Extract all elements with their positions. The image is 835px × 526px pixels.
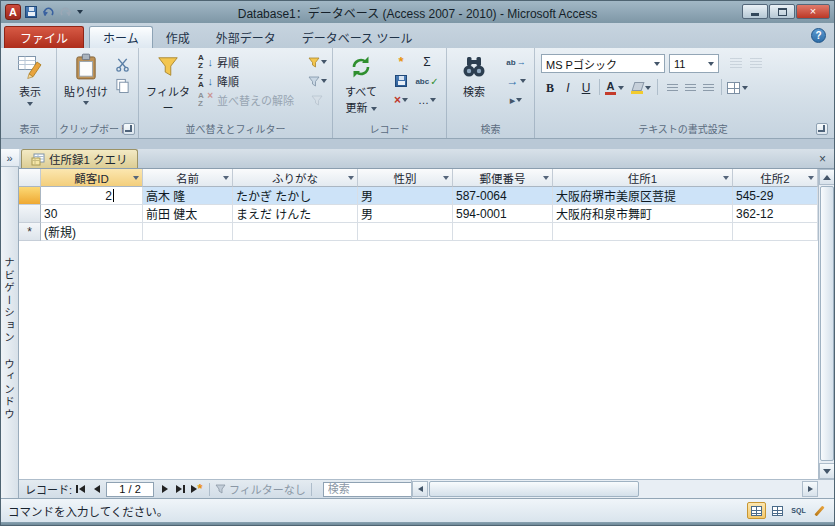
cell-gender[interactable]	[358, 223, 453, 241]
next-record-button[interactable]	[157, 482, 172, 497]
column-header-address1[interactable]: 住所1	[553, 169, 733, 187]
refresh-all-button[interactable]: すべて 更新	[337, 51, 385, 115]
selection-filter-button[interactable]	[307, 53, 327, 71]
column-dropdown-icon[interactable]	[348, 176, 354, 180]
spelling-button[interactable]: abc✓	[417, 72, 437, 90]
clipboard-dialog-launcher[interactable]	[123, 123, 135, 135]
column-dropdown-icon[interactable]	[808, 176, 814, 180]
ribbon-tab-create[interactable]: 作成	[153, 26, 203, 48]
cell-address1[interactable]: 大阪府堺市美原区菩提	[553, 187, 733, 205]
record-position-box[interactable]	[106, 482, 154, 497]
cell-furigana[interactable]: たかぎ たかし	[233, 187, 358, 205]
datasheet-view-button[interactable]	[747, 502, 766, 519]
last-record-button[interactable]	[173, 482, 188, 497]
maximize-button[interactable]	[769, 4, 795, 19]
column-header-furigana[interactable]: ふりがな	[233, 169, 358, 187]
align-center-button[interactable]	[681, 79, 699, 97]
paste-button[interactable]: 貼り付け	[63, 51, 109, 105]
cell-gender[interactable]: 男	[358, 205, 453, 223]
font-size-combobox[interactable]: 11	[669, 54, 719, 73]
cell-customer-id[interactable]: 2	[41, 187, 143, 205]
column-dropdown-icon[interactable]	[723, 176, 729, 180]
align-left-button[interactable]	[663, 79, 681, 97]
italic-button[interactable]: I	[559, 79, 577, 97]
delete-record-button[interactable]: ×	[391, 91, 411, 109]
column-header-name[interactable]: 名前	[143, 169, 233, 187]
close-document-button[interactable]: ×	[815, 151, 830, 166]
bullets-button[interactable]	[747, 54, 765, 72]
row-selector[interactable]	[19, 187, 41, 205]
column-dropdown-icon[interactable]	[223, 176, 229, 180]
cell-zip[interactable]: 594-0001	[453, 205, 553, 223]
ribbon-tab-external-data[interactable]: 外部データ	[203, 26, 289, 48]
cell-furigana[interactable]: まえだ けんた	[233, 205, 358, 223]
find-button[interactable]: 検索	[451, 51, 497, 99]
filter-status[interactable]: フィルターなし	[229, 481, 306, 497]
vertical-scrollbar[interactable]	[818, 169, 835, 479]
row-selector[interactable]	[19, 205, 41, 223]
close-button[interactable]: ×	[796, 4, 830, 19]
replace-button[interactable]: ab→	[503, 53, 529, 71]
save-record-button[interactable]	[391, 72, 411, 90]
cell-gender[interactable]: 男	[358, 187, 453, 205]
cell-address2[interactable]: 545-29	[733, 187, 818, 205]
select-button[interactable]: ▸	[503, 91, 529, 109]
cell-address1[interactable]: 大阪府和泉市舞町	[553, 205, 733, 223]
goto-button[interactable]: →	[503, 72, 529, 90]
cell-customer-id[interactable]: (新規)	[41, 223, 143, 241]
minimize-button[interactable]	[742, 4, 768, 19]
column-header-gender[interactable]: 性別	[358, 169, 453, 187]
column-dropdown-icon[interactable]	[133, 176, 139, 180]
sql-view-button[interactable]: SQL	[789, 502, 808, 519]
cell-address1[interactable]	[553, 223, 733, 241]
document-tab-query[interactable]: 住所録1 クエリ	[21, 149, 138, 168]
cell-address2[interactable]	[733, 223, 818, 241]
ribbon-tab-home[interactable]: ホーム	[89, 26, 153, 48]
highlight-button[interactable]	[631, 79, 651, 97]
help-button[interactable]: ?	[811, 28, 826, 43]
cell-furigana[interactable]	[233, 223, 358, 241]
column-header-zip[interactable]: 郵便番号	[453, 169, 553, 187]
sort-descending-button[interactable]: ZA↓ 降順	[197, 72, 239, 90]
scroll-down-button[interactable]	[819, 463, 835, 479]
horizontal-scrollbar[interactable]	[411, 480, 818, 498]
cell-name[interactable]: 高木 隆	[143, 187, 233, 205]
scrollbar-thumb[interactable]	[820, 186, 834, 461]
gridlines-button[interactable]	[727, 79, 748, 97]
previous-record-button[interactable]	[89, 482, 104, 497]
cell-name[interactable]: 前田 健太	[143, 205, 233, 223]
toggle-filter-button[interactable]	[307, 91, 327, 109]
cell-zip[interactable]: 587-0064	[453, 187, 553, 205]
pivottable-view-button[interactable]	[768, 502, 787, 519]
font-name-combobox[interactable]: MS Pゴシック	[541, 54, 665, 73]
cell-name[interactable]	[143, 223, 233, 241]
column-dropdown-icon[interactable]	[443, 176, 449, 180]
view-button[interactable]: 表示	[8, 51, 52, 106]
scroll-right-button[interactable]	[802, 481, 818, 497]
totals-button[interactable]: Σ	[417, 53, 437, 71]
filter-button[interactable]: フィルター	[143, 51, 193, 115]
sort-ascending-button[interactable]: AZ↓ 昇順	[197, 53, 239, 71]
copy-button[interactable]	[112, 76, 132, 94]
select-all-corner[interactable]	[19, 169, 41, 187]
scrollbar-thumb[interactable]	[429, 481, 639, 497]
cell-address2[interactable]: 362-12	[733, 205, 818, 223]
navigation-pane-open-button[interactable]: »	[1, 149, 19, 167]
align-right-button[interactable]	[699, 79, 717, 97]
bold-button[interactable]: B	[541, 79, 559, 97]
cell-zip[interactable]	[453, 223, 553, 241]
numbering-button[interactable]	[727, 54, 745, 72]
column-header-customer-id[interactable]: 顧客ID	[41, 169, 143, 187]
more-button[interactable]: …	[417, 91, 437, 109]
cut-button[interactable]	[112, 55, 132, 73]
scroll-up-button[interactable]	[819, 169, 835, 185]
advanced-filter-button[interactable]	[307, 72, 327, 90]
first-record-button[interactable]	[73, 482, 88, 497]
new-record-button[interactable]: *	[391, 53, 411, 71]
design-view-button[interactable]	[810, 502, 829, 519]
text-formatting-dialog-launcher[interactable]	[816, 123, 828, 135]
new-record-selector[interactable]: *	[19, 223, 41, 241]
new-blank-record-button[interactable]: *	[189, 482, 204, 497]
underline-button[interactable]: U	[577, 79, 595, 97]
ribbon-tab-file[interactable]: ファイル	[4, 26, 84, 48]
